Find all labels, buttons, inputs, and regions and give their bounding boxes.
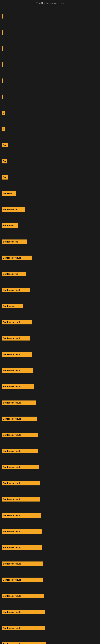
result-bar: Bottleneck result: [2, 578, 43, 582]
result-bar: Bottleneck result: [2, 642, 46, 644]
result-bar: Bottleneck res: [2, 240, 27, 244]
result-bar: Bottleneck result: [2, 256, 32, 260]
bar-row: B: [2, 105, 100, 121]
bar-row: Bottleneck result: [2, 346, 100, 362]
bar-row: Bottlenec: [2, 218, 100, 234]
result-bar: [2, 14, 3, 18]
bar-row: [2, 73, 100, 88]
bar-row: Bot: [2, 170, 100, 185]
site-title: TheBottlenecker.com: [0, 0, 100, 6]
result-bar: Bottleneck re: [2, 207, 25, 212]
result-bar: Bottleneck result: [2, 416, 37, 421]
result-bar: [2, 30, 3, 34]
result-bar: B: [2, 127, 5, 131]
bar-row: Bottleneck result: [2, 363, 100, 378]
result-bar: Bottleneck result: [2, 481, 40, 486]
bar-row: Bottleneck result: [2, 524, 100, 539]
result-bar: Bottleneck result: [2, 352, 32, 356]
bar-row: Bottleneck resul: [2, 282, 100, 298]
result-bar: Bottleneck result: [2, 626, 45, 630]
result-bar: Bottleneck result: [2, 449, 38, 453]
bar-row: Bottleneck result: [2, 411, 100, 427]
bar-row: Bottleneck re: [2, 202, 100, 217]
result-bar: Bottleneck result: [2, 562, 43, 566]
bar-row: Bottleneck result: [2, 508, 100, 523]
result-bar: Bottleneck result: [2, 610, 45, 614]
result-bar: Bottleneck res: [2, 272, 26, 276]
bar-row: B: [2, 121, 100, 137]
result-bar: [2, 94, 3, 99]
bar-row: Bottleneck result: [2, 427, 100, 443]
bar-row: Bottleneck result: [2, 250, 100, 266]
result-bar: Bottleneck result: [2, 546, 42, 550]
result-bar: Bottleneck result: [2, 433, 38, 437]
bar-row: Bot: [2, 137, 100, 153]
result-bar: Bottleneck result: [2, 529, 42, 534]
bar-row: [2, 24, 100, 40]
bar-row: Bottleneck result: [2, 443, 100, 459]
bar-row: Bottleneck res: [2, 266, 100, 282]
bar-row: Bottleneck result: [2, 492, 100, 507]
bar-row: Bottleneck result: [2, 620, 100, 636]
bar-row: Bottleneck result: [2, 314, 100, 330]
result-bar: Bottleneck result: [2, 384, 34, 389]
bar-row: Bottleneck result: [2, 588, 100, 604]
bar-row: [2, 57, 100, 72]
result-bar: Bottlenec: [2, 224, 18, 228]
result-bar: Bot: [2, 175, 8, 180]
bar-row: Bottleneck resul: [2, 330, 100, 346]
result-bar: B: [2, 111, 5, 115]
bar-row: [2, 8, 100, 24]
bar-row: Bo: [2, 153, 100, 169]
result-bar: Bottleneck result: [2, 497, 40, 502]
bar-row: Bottleneck result: [2, 540, 100, 556]
bar-row: [2, 41, 100, 56]
bar-row: [2, 89, 100, 105]
bars-container: BBBotBoBotBottleneBottleneck reBottlenec…: [0, 6, 100, 644]
result-bar: Bottleneck result: [2, 465, 39, 469]
bar-row: Bottleneck result: [2, 379, 100, 394]
result-bar: Bottleneck result: [2, 513, 41, 518]
bar-row: Bottleneck result: [2, 556, 100, 572]
bar-row: Bottleneck result: [2, 459, 100, 475]
bar-row: Bottleneck res: [2, 234, 100, 250]
bar-row: Bottleneck result: [2, 636, 100, 644]
result-bar: [2, 78, 3, 83]
result-bar: Bottleneck result: [2, 400, 36, 405]
bar-row: Bottleneck result: [2, 475, 100, 491]
result-bar: Bottleneck result: [2, 320, 32, 324]
result-bar: Bot: [2, 143, 8, 147]
bar-row: Bottlene: [2, 186, 100, 201]
result-bar: Bottleneck resul: [2, 288, 30, 292]
result-bar: Bottleneck r: [2, 304, 23, 308]
bar-row: Bottleneck result: [2, 572, 100, 588]
result-bar: Bottleneck resul: [2, 336, 30, 340]
result-bar: Bo: [2, 159, 7, 164]
result-bar: Bottleneck result: [2, 368, 33, 373]
bar-row: Bottleneck result: [2, 395, 100, 410]
result-bar: Bottleneck result: [2, 594, 44, 598]
result-bar: Bottlene: [2, 191, 16, 196]
result-bar: [2, 46, 3, 51]
bar-row: Bottleneck r: [2, 298, 100, 314]
bar-row: Bottleneck result: [2, 604, 100, 620]
result-bar: [2, 62, 3, 67]
